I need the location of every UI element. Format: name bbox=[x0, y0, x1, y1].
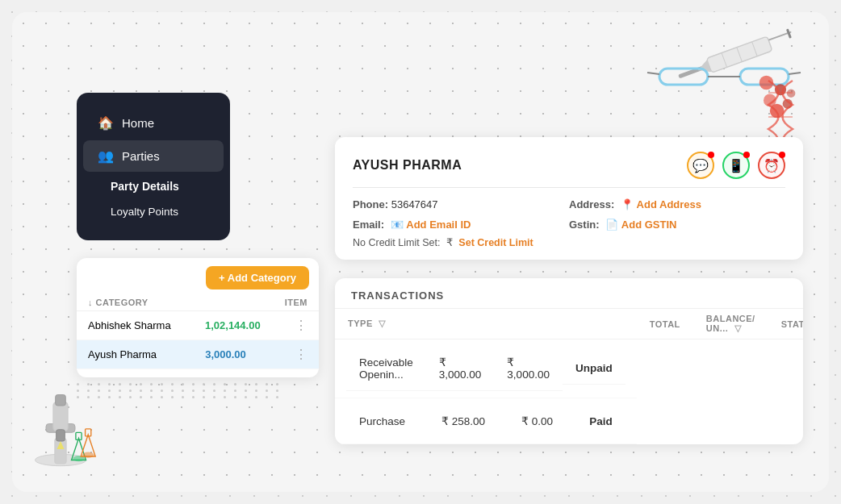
phone-col: Phone: 53647647 bbox=[353, 196, 569, 213]
parties-icon: 👥 bbox=[98, 148, 114, 164]
dot bbox=[150, 396, 153, 398]
party-info-row: Email: 📧 Add Email ID Gstin: 📄 Add GSTIN bbox=[353, 216, 785, 233]
dot bbox=[192, 396, 195, 398]
row-amount: 3,000.00 bbox=[205, 348, 246, 360]
svg-point-35 bbox=[82, 452, 94, 458]
dot bbox=[161, 383, 163, 385]
dot bbox=[171, 389, 174, 392]
dot bbox=[234, 396, 236, 398]
table-row[interactable]: Receivable Openin... ₹ 3,000.00 ₹ 3,000.… bbox=[335, 339, 637, 398]
dot bbox=[119, 396, 121, 398]
row-menu-icon[interactable]: ⋮ bbox=[295, 347, 308, 362]
dot bbox=[276, 383, 278, 385]
dot bbox=[276, 389, 278, 392]
svg-line-11 bbox=[647, 73, 659, 74]
col-item: ITEM bbox=[285, 298, 308, 307]
notification-dot bbox=[779, 152, 785, 158]
dot bbox=[98, 396, 100, 398]
history-button[interactable]: ⏰ bbox=[758, 152, 785, 179]
phone-label: Phone: bbox=[353, 198, 388, 210]
whatsapp-button[interactable]: 📱 bbox=[722, 152, 750, 179]
dot bbox=[266, 383, 268, 385]
add-email-link[interactable]: Add Email ID bbox=[406, 219, 471, 231]
dot bbox=[77, 396, 79, 398]
txn-type: Receivable Openin... bbox=[346, 347, 426, 391]
dot-grid: // Will be populated by JS below bbox=[77, 383, 319, 398]
dot bbox=[140, 389, 142, 392]
add-address-link[interactable]: Add Address bbox=[637, 198, 701, 210]
credit-text: No Credit Limit Set: bbox=[353, 237, 440, 248]
dot bbox=[98, 383, 100, 385]
table-row[interactable]: Ayush Pharma 3,000.00 ⋮ bbox=[77, 340, 319, 369]
txn-total: ₹ 3,000.00 bbox=[426, 346, 495, 391]
balance-filter-icon[interactable]: ▽ bbox=[734, 323, 742, 333]
message-icon: 💬 bbox=[692, 158, 709, 173]
dot bbox=[203, 383, 205, 385]
dot bbox=[224, 396, 226, 398]
dot bbox=[140, 383, 142, 385]
add-category-button[interactable]: + Add Category bbox=[206, 266, 309, 289]
dot bbox=[129, 396, 132, 398]
svg-rect-27 bbox=[56, 395, 66, 406]
svg-rect-8 bbox=[659, 69, 708, 85]
address-label: Address: bbox=[569, 198, 614, 210]
gstin-label: Gstin: bbox=[569, 219, 600, 231]
sidebar: 🏠 Home 👥 Parties Party Details Loyalty P… bbox=[77, 93, 230, 240]
txn-status: Paid bbox=[576, 406, 626, 437]
type-filter-icon[interactable]: ▽ bbox=[379, 319, 386, 328]
sidebar-subitem-loyalty-points[interactable]: Loyalty Points bbox=[77, 199, 230, 224]
dot bbox=[266, 396, 268, 398]
category-card: + Add Category ↓ CATEGORY ITEM Abhishek … bbox=[77, 258, 319, 377]
dot bbox=[276, 396, 278, 398]
dot bbox=[87, 383, 90, 385]
dot bbox=[171, 396, 174, 398]
dot bbox=[224, 389, 226, 392]
dot bbox=[108, 396, 111, 398]
gstin-col: Gstin: 📄 Add GSTIN bbox=[569, 216, 785, 233]
col-status: STATUS bbox=[768, 309, 803, 339]
phone-value: 53647647 bbox=[391, 198, 438, 210]
table-row[interactable]: Purchase ₹ 258.00 ₹ 0.00 Paid bbox=[335, 398, 637, 444]
loyalty-points-label: Loyalty Points bbox=[111, 206, 178, 218]
dot bbox=[119, 383, 121, 385]
dot bbox=[182, 396, 184, 398]
credit-row: No Credit Limit Set: ₹ Set Credit Limit bbox=[353, 236, 785, 248]
dot bbox=[87, 396, 90, 398]
sidebar-home-label: Home bbox=[122, 116, 154, 130]
party-card: AYUSH PHARMA 💬 📱 ⏰ Phone: 5364764 bbox=[335, 137, 803, 260]
dots-decoration: // Will be populated by JS below bbox=[77, 383, 319, 448]
table-row[interactable]: Abhishek Sharma 1,02,144.00 ⋮ bbox=[77, 311, 319, 340]
dot bbox=[108, 389, 111, 392]
row-amount: 1,02,144.00 bbox=[205, 319, 261, 331]
dot bbox=[140, 396, 142, 398]
message-button[interactable]: 💬 bbox=[687, 152, 714, 179]
party-name: AYUSH PHARMA bbox=[353, 158, 462, 173]
col-total: TOTAL bbox=[637, 309, 693, 339]
dot bbox=[266, 389, 268, 392]
email-col: Email: 📧 Add Email ID bbox=[353, 216, 569, 233]
party-details-label: Party Details bbox=[111, 180, 179, 193]
dot bbox=[245, 389, 247, 392]
dot bbox=[129, 389, 132, 392]
set-credit-link[interactable]: Set Credit Limit bbox=[458, 237, 533, 248]
dot bbox=[213, 389, 215, 392]
txn-balance: ₹ 0.00 bbox=[508, 405, 566, 437]
col-balance: BALANCE/ UN... ▽ bbox=[693, 309, 768, 339]
transactions-table: TYPE ▽ TOTAL BALANCE/ UN... ▽ STATUS bbox=[335, 308, 803, 444]
dot bbox=[203, 396, 205, 398]
transactions-title: TRANSACTIONS bbox=[335, 278, 803, 308]
add-gstin-link[interactable]: Add GSTIN bbox=[621, 219, 677, 231]
row-menu-icon[interactable]: ⋮ bbox=[295, 318, 308, 333]
col-type: TYPE ▽ bbox=[335, 309, 637, 339]
sidebar-item-parties[interactable]: 👥 Parties bbox=[83, 140, 224, 172]
notification-dot bbox=[708, 152, 714, 158]
sidebar-item-home[interactable]: 🏠 Home bbox=[83, 107, 224, 139]
party-card-header: AYUSH PHARMA 💬 📱 ⏰ bbox=[353, 152, 785, 188]
notification-dot bbox=[743, 152, 750, 158]
txn-status: Unpaid bbox=[563, 352, 626, 385]
home-icon: 🏠 bbox=[98, 115, 114, 131]
category-table-header: ↓ CATEGORY ITEM bbox=[77, 294, 319, 311]
sidebar-subitem-party-details[interactable]: Party Details bbox=[77, 173, 230, 199]
col-category: ↓ CATEGORY bbox=[88, 298, 149, 307]
add-category-section: + Add Category bbox=[77, 258, 319, 294]
